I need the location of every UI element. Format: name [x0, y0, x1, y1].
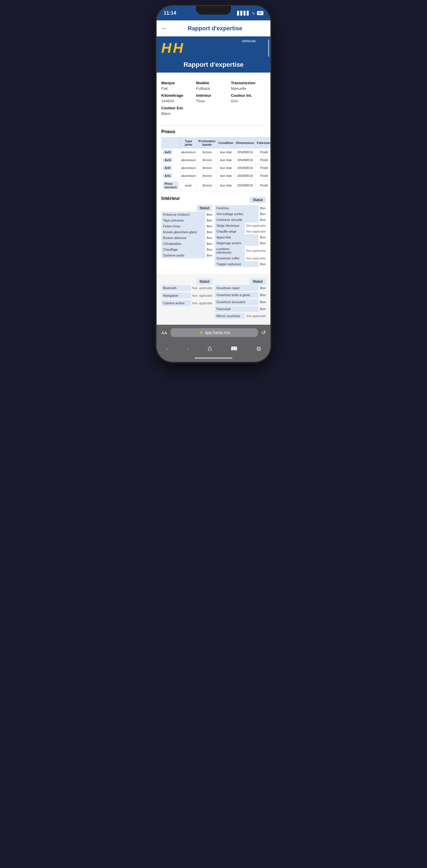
browser-bar: AA 🔒 app.hasta.ma ↺ — [156, 325, 271, 340]
int-right-value: Non-applicable — [246, 224, 266, 227]
divider-1 — [161, 125, 266, 126]
int-right-item: Siège électrique Non-applicable — [215, 223, 266, 228]
int-left-label: Système audio — [161, 252, 205, 258]
interieur-left-items: Présence d'odeurs Bon Tapis présents Bon… — [161, 212, 212, 258]
pneus-title: Pneus — [161, 129, 266, 134]
tire-type-jante: aluminium — [180, 156, 197, 164]
int-right-label: Ouverture coffre — [215, 255, 245, 261]
int-right-item: Chauffe-siège Non-applicable — [215, 228, 266, 234]
tire-dimensions: 205/80R16 — [234, 180, 255, 191]
tire-row: ArG aluminium 3mmm bon état 205/80R16 Pi… — [162, 172, 271, 180]
modele-label: Modèle — [196, 81, 231, 85]
tire-dimensions: 205/80R16 — [234, 164, 255, 172]
bookmarks-button[interactable]: 📖 — [227, 344, 241, 353]
tabs-button[interactable]: ⧉ — [253, 344, 264, 353]
int-left-value: Bon — [206, 248, 212, 251]
url-text: app.hasta.ma — [205, 330, 230, 335]
sec2-right-label: Ouverture capot — [215, 285, 259, 291]
pneus-section: Pneus Type jante Profondeur bande Condit… — [161, 129, 266, 191]
logo-icon: H H — [161, 41, 182, 55]
url-bar[interactable]: 🔒 app.hasta.ma — [171, 328, 258, 337]
int-left-label: Fuites d'eau — [161, 223, 205, 229]
sec2-right-label: Ouverture boîte à gants — [215, 292, 259, 298]
int-right-item: Verrouillage portes Bon — [215, 211, 266, 217]
blue-banner: H H véhicule — [156, 36, 271, 61]
sec2-left-label: Bluetooth — [161, 285, 191, 291]
tire-row: AvD aluminium 3mmm bon état 205/80R16 Pi… — [162, 148, 271, 156]
section2-right-items: Ouverture capot Bon Ouverture boîte à ga… — [215, 285, 266, 319]
tire-condition: bon état — [217, 148, 234, 156]
int-right-value: Bon — [260, 212, 266, 216]
section2-left-col: Statut Bluetooth Non- applicable Navigat… — [161, 279, 212, 320]
interieur-two-col: Statut Présence d'odeurs Bon Tapis prése… — [161, 205, 266, 267]
int-right-value: Non-applicable — [246, 249, 266, 252]
sec2-right-value: Bon — [260, 286, 266, 290]
tire-profondeur: 3mmm — [197, 148, 217, 156]
wifi-icon: ∿ — [252, 11, 255, 16]
tire-fabricant: Pirelli — [256, 172, 271, 180]
tire-condition: bon état — [217, 156, 234, 164]
col-empty — [162, 137, 180, 148]
status-time: 11:14 — [164, 10, 176, 16]
tire-fabricant: Pirelli — [256, 180, 271, 191]
tire-condition: bon état — [217, 172, 234, 180]
int-left-item: Système audio Bon — [161, 252, 212, 258]
tire-row: Pneu secours acier 3mmm bon état 205/80R… — [162, 180, 271, 191]
interieur-right-items: Fenêtres Bon Verrouillage portes Bon Cei… — [215, 205, 266, 267]
int-right-label: Trappe carburant — [215, 261, 259, 267]
marque-label: Marque — [161, 81, 196, 85]
int-right-label: Verrouillage portes — [215, 211, 259, 217]
sec2-right-item: Mirroir courtoisie Non-applicable — [215, 313, 266, 319]
int-left-value: Bon — [206, 219, 212, 222]
int-right-value: Non-applicable — [246, 230, 266, 233]
kilometrage-label: Kilométrage — [161, 93, 196, 98]
reload-button[interactable]: ↺ — [261, 329, 266, 336]
tire-position: ArG — [162, 172, 180, 180]
section2-statut-right: Statut — [250, 278, 266, 285]
int-left-value: Bon — [206, 242, 212, 245]
aa-button[interactable]: AA — [161, 330, 167, 335]
col-dimensions: Dimensions — [234, 137, 255, 148]
int-left-item: Présence d'odeurs Bon — [161, 212, 212, 217]
transmission-label: Transmission — [231, 81, 266, 85]
home-indicator — [156, 355, 271, 362]
couleur-ext-cell: Couleur Ext. Blanc — [161, 106, 266, 116]
back-button[interactable]: ← — [161, 25, 168, 32]
sec2-right-label: Ouverture accoudoir — [215, 299, 259, 305]
share-button[interactable]: ⎙ — [204, 344, 215, 353]
int-right-item: Dégivrage arrière Bon — [215, 240, 266, 246]
col-profondeur: Profondeur bande — [197, 137, 217, 148]
int-right-label: Appui-tête — [215, 234, 259, 240]
home-bar — [195, 358, 232, 359]
int-right-value: Non-applicable — [246, 257, 266, 260]
battery-icon: 97 — [257, 11, 263, 15]
vehicle-info-row-2: Kilométrage 144634 Intérieur Tissu Coule… — [161, 93, 266, 103]
tire-profondeur: 3mmm — [197, 164, 217, 172]
interieur-right-col: Fenêtres Bon Verrouillage portes Bon Cei… — [215, 205, 266, 267]
sec2-right-item: Ouverture capot Bon — [215, 285, 266, 291]
sec2-left-label: Caméra arrière — [161, 300, 191, 306]
int-left-label: Présence d'odeurs — [161, 212, 205, 217]
notch — [196, 6, 231, 14]
int-right-label: Fenêtres — [215, 205, 259, 211]
tire-dimensions: 205/80R16 — [234, 172, 255, 180]
sec2-right-value: Bon — [260, 293, 266, 297]
lock-icon: 🔒 — [199, 331, 203, 335]
int-left-value: Bon — [206, 236, 212, 240]
int-right-item: Lumières intérieures Non-applicable — [215, 246, 266, 255]
tire-position: ArD — [162, 164, 180, 172]
transmission-value: Manuelle — [231, 86, 247, 91]
sec2-right-item: Paresoleil Bon — [215, 306, 266, 312]
tire-type-jante: acier — [180, 180, 197, 191]
tire-position: Pneu secours — [162, 180, 180, 191]
sec2-right-item: Ouverture boîte à gants Bon — [215, 292, 266, 298]
int-right-label: Lumières intérieures — [215, 246, 245, 255]
marque-value: Fiat — [161, 86, 168, 91]
sec2-left-item: Caméra arrière Non- applicable — [161, 300, 212, 306]
int-left-label: Essuie-glace/lave-glace — [161, 229, 205, 235]
nav-forward-button[interactable]: › — [183, 344, 193, 353]
statut-left-header: Statut — [197, 205, 212, 211]
nav-back-button[interactable]: ‹ — [163, 344, 172, 353]
int-left-item: Climatisation Bon — [161, 241, 212, 247]
sec2-left-value: Non- applicable — [192, 286, 212, 290]
